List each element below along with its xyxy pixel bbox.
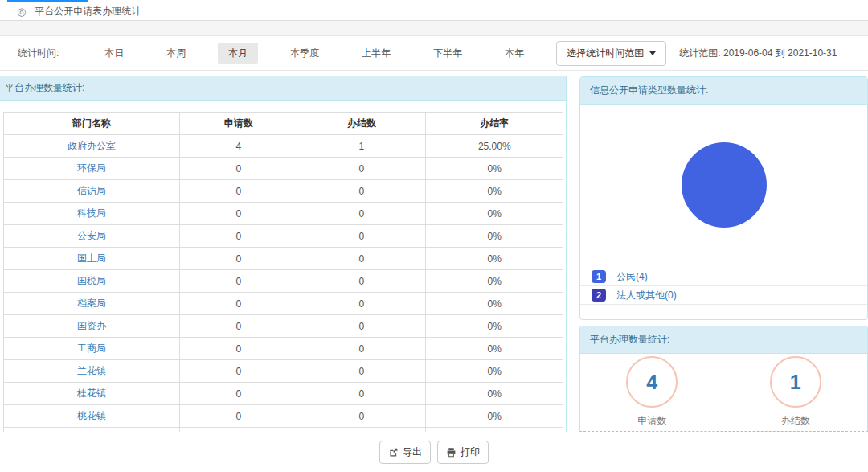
stat-value-cell: 0: [297, 315, 426, 338]
department-link[interactable]: 桂花镇: [4, 383, 180, 405]
stat-value-cell: 0%: [426, 405, 563, 428]
stat-value-cell: 0: [297, 383, 426, 405]
department-link[interactable]: 科技局: [4, 203, 180, 225]
department-link[interactable]: 兰花镇: [4, 360, 180, 383]
select-time-range-button[interactable]: 选择统计时间范围: [556, 41, 666, 66]
legend-item[interactable]: 2法人或其他(0): [580, 286, 867, 305]
department-link[interactable]: 工商局: [4, 338, 180, 360]
department-link[interactable]: 国土局: [4, 248, 180, 270]
stat-value-cell: 4: [180, 135, 297, 158]
application-type-panel: 信息公开申请类型数量统计: 1公民(4)2法人或其他(0): [579, 76, 868, 320]
stat-value-cell: 0: [297, 203, 426, 225]
table-row: 档案局000%: [4, 293, 563, 315]
table-row: 国税局000%: [4, 270, 563, 293]
stat-value-cell: 0%: [426, 428, 563, 433]
department-statistics-table: 部门名称申请数办结数办结率 政府办公室4125.00%环保局000%信访局000…: [3, 112, 563, 432]
stat-value-cell: 0: [297, 270, 426, 293]
department-link[interactable]: 政府办公室: [4, 135, 180, 158]
stat-value-cell: 0: [180, 203, 297, 225]
department-link[interactable]: 桃花镇: [4, 405, 180, 428]
stat-value-cell: 0%: [426, 158, 563, 180]
department-link[interactable]: 档案局: [4, 293, 180, 315]
department-link[interactable]: 信访局: [4, 180, 180, 203]
department-link[interactable]: 公安局: [4, 225, 180, 248]
department-link[interactable]: 环保局: [4, 158, 180, 180]
stat-value-cell: 0: [297, 405, 426, 428]
footer-actions: 导出 打印: [0, 432, 868, 472]
department-link[interactable]: 荷花镇: [4, 428, 180, 433]
table-header-row: 部门名称申请数办结数办结率: [4, 113, 563, 135]
stat-value-cell: 0: [297, 360, 426, 383]
stat-value-cell: 0: [180, 248, 297, 270]
stat-label: 申请数: [637, 414, 666, 428]
legend-label: 公民(4): [616, 270, 648, 284]
right-column: 信息公开申请类型数量统计: 1公民(4)2法人或其他(0) 平台办理数量统计: …: [579, 76, 868, 432]
table-row: 政府办公室4125.00%: [4, 135, 563, 158]
stat-value-cell: 0: [297, 225, 426, 248]
department-link[interactable]: 国资办: [4, 315, 180, 338]
time-filter-option[interactable]: 上半年: [351, 43, 401, 64]
table-column-header: 办结数: [297, 113, 426, 135]
filter-label: 统计时间:: [18, 47, 59, 60]
table-row: 国资办000%: [4, 315, 563, 338]
tab-title: 平台公开申请表办理统计: [35, 5, 141, 18]
stat-value-cell: 1: [297, 135, 426, 158]
stat-value-cell: 0: [180, 158, 297, 180]
department-statistics-panel: 平台办理数量统计: 部门名称申请数办结数办结率 政府办公室4125.00%环保局…: [0, 76, 567, 432]
stat-value-cell: 0: [297, 180, 426, 203]
stat-value-cell: 0%: [426, 203, 563, 225]
stat-value-cell: 0: [297, 428, 426, 433]
tab-platform-statistics[interactable]: ◎ 平台公开申请表办理统计: [0, 2, 157, 21]
time-filter-option[interactable]: 本月: [218, 43, 258, 64]
table-column-header: 办结率: [426, 113, 563, 135]
stat-value-cell: 0: [180, 428, 297, 433]
table-row: 兰花镇000%: [4, 360, 563, 383]
stat-value-cell: 0: [297, 293, 426, 315]
stat-value: 4: [646, 371, 657, 394]
stat-value-cell: 0%: [426, 293, 563, 315]
legend-item[interactable]: 1公民(4): [580, 268, 867, 286]
time-filter-option[interactable]: 本日: [94, 43, 134, 64]
stat-value-cell: 0: [180, 180, 297, 203]
time-filter-option[interactable]: 本季度: [280, 43, 330, 64]
stat-value-cell: 0: [180, 360, 297, 383]
stat-value-cell: 0: [180, 293, 297, 315]
time-filter-option[interactable]: 下半年: [423, 43, 473, 64]
tab-bar: ◎ 平台公开申请表办理统计: [0, 0, 868, 21]
stat-value-cell: 0: [180, 225, 297, 248]
department-panel-title: 平台办理数量统计:: [0, 77, 566, 101]
platform-totals-panel: 平台办理数量统计: 4申请数1办结数: [579, 326, 868, 432]
stat-value-cell: 0: [180, 338, 297, 360]
legend-index-badge: 1: [592, 270, 606, 283]
stat-value-cell: 0: [180, 315, 297, 338]
export-button[interactable]: 导出: [379, 441, 431, 464]
chevron-down-icon: [649, 51, 656, 55]
statistics-range-text: 统计范围: 2019-06-04 到 2021-10-31: [679, 47, 837, 60]
pie-legend: 1公民(4)2法人或其他(0): [580, 268, 867, 305]
time-filter-bar: 统计时间: 本日本周本月本季度上半年下半年本年 选择统计时间范围 统计范围: 2…: [0, 35, 868, 71]
export-button-label: 导出: [403, 445, 422, 459]
table-row: 桂花镇000%: [4, 383, 563, 405]
stat-label: 办结数: [781, 414, 810, 428]
print-button[interactable]: 打印: [437, 441, 489, 464]
stat-circle: 1: [770, 356, 821, 408]
table-column-header: 部门名称: [4, 113, 180, 135]
stat-circle: 4: [626, 356, 678, 408]
time-filter-option[interactable]: 本年: [494, 43, 534, 64]
stat-value-cell: 0%: [426, 248, 563, 270]
select-time-range-label: 选择统计时间范围: [567, 47, 644, 60]
department-link[interactable]: 国税局: [4, 270, 180, 293]
time-filter-option[interactable]: 本周: [156, 43, 196, 64]
export-icon: [388, 447, 399, 458]
stat-item: 1办结数: [724, 356, 868, 431]
stat-value-cell: 0: [180, 383, 297, 405]
stat-value-cell: 25.00%: [426, 135, 563, 158]
stat-value-cell: 0%: [426, 360, 563, 383]
stat-value-cell: 0%: [426, 315, 563, 338]
stat-value-cell: 0%: [426, 270, 563, 293]
print-button-label: 打印: [461, 445, 480, 459]
print-icon: [446, 447, 457, 458]
legend-index-badge: 2: [592, 289, 606, 302]
table-row: 公安局000%: [4, 225, 563, 248]
spacer: [0, 71, 868, 76]
